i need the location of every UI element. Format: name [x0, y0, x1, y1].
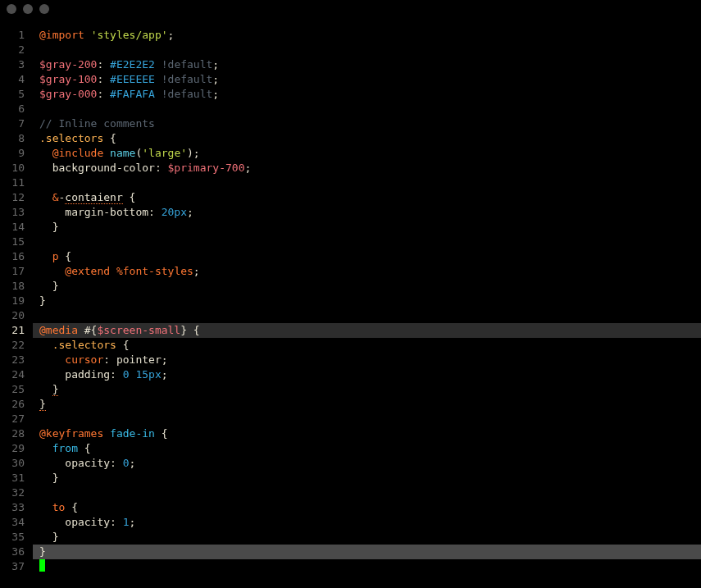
token: @extend: [65, 265, 110, 277]
zoom-icon[interactable]: [39, 4, 49, 14]
code-line[interactable]: background-color: $primary-700;: [33, 161, 701, 175]
token: 'large': [142, 147, 187, 159]
token: ;: [130, 516, 136, 528]
token: }: [52, 531, 59, 543]
code-line[interactable]: [33, 43, 701, 57]
code-line[interactable]: margin-bottom: 20px;: [33, 205, 701, 220]
code-line[interactable]: $gray-000: #FAFAFA !default;: [33, 87, 701, 102]
code-line[interactable]: @import 'styles/app';: [33, 28, 701, 43]
code-line[interactable]: [33, 102, 701, 116]
line-number: 20: [0, 308, 25, 323]
code-line[interactable]: @include name('large');: [33, 146, 701, 161]
code-line[interactable]: .selectors {: [33, 338, 701, 353]
code-line[interactable]: }: [33, 397, 701, 412]
editor[interactable]: 1234567891011121314151617181920212223242…: [0, 18, 701, 574]
token: $primary-700: [168, 162, 245, 174]
token: #{: [78, 324, 97, 336]
token: @keyframes: [39, 427, 103, 440]
line-number: 3: [0, 57, 25, 72]
code-line[interactable]: }: [33, 279, 701, 294]
code-line[interactable]: [33, 559, 701, 574]
cursor: [39, 559, 45, 572]
line-number: 19: [0, 294, 25, 308]
token: : pointer;: [103, 353, 167, 366]
line-number: 36: [0, 545, 25, 559]
code-line[interactable]: opacity: 1;: [33, 515, 701, 530]
token: {: [116, 339, 130, 351]
code-line[interactable]: [33, 308, 701, 323]
line-number: 9: [0, 146, 25, 161]
code-line[interactable]: &-contaienr {: [33, 190, 701, 205]
code-line[interactable]: opacity: 0;: [33, 456, 701, 471]
token: @include: [52, 147, 104, 159]
token: cursor: [65, 353, 103, 366]
code-line[interactable]: }: [33, 382, 701, 397]
line-number: 37: [0, 559, 25, 574]
code-line[interactable]: [33, 175, 701, 190]
code-line[interactable]: from {: [33, 441, 701, 456]
code-line[interactable]: @extend %font-styles;: [33, 264, 701, 279]
token: ;: [244, 162, 251, 174]
token: !default: [162, 73, 213, 85]
minimize-icon[interactable]: [23, 4, 33, 14]
token: ;: [187, 206, 193, 218]
line-number: 8: [0, 131, 25, 146]
token: ;: [212, 73, 219, 85]
line-number: 12: [0, 190, 25, 205]
token: {: [123, 191, 136, 203]
token: #FAFAFA: [110, 88, 155, 100]
token: }: [52, 221, 59, 233]
line-number: 18: [0, 279, 25, 294]
line-number: 10: [0, 161, 25, 175]
code-line[interactable]: $gray-200: #E2E2E2 !default;: [33, 57, 701, 72]
code-line[interactable]: $gray-100: #EEEEEE !default;: [33, 72, 701, 87]
token: fade-in: [110, 427, 155, 440]
code-line[interactable]: .selectors {: [33, 131, 701, 146]
token: [155, 88, 162, 100]
token: 1: [123, 516, 130, 528]
token: ;: [212, 88, 219, 100]
token: !default: [162, 58, 213, 71]
line-number: 21: [0, 323, 25, 338]
line-number: 13: [0, 205, 25, 220]
line-number: 5: [0, 87, 25, 102]
line-number: 15: [0, 235, 25, 249]
token: to: [52, 501, 66, 513]
line-number: 23: [0, 353, 25, 367]
token: 0: [123, 368, 130, 381]
code-area[interactable]: @import 'styles/app';$gray-200: #E2E2E2 …: [33, 28, 701, 574]
token: ;: [193, 265, 200, 277]
token: // Inline comments: [39, 117, 155, 130]
line-number: 27: [0, 412, 25, 426]
close-icon[interactable]: [7, 4, 16, 14]
code-line[interactable]: // Inline comments: [33, 116, 701, 131]
token: {: [78, 442, 91, 454]
code-line[interactable]: p {: [33, 249, 701, 264]
line-number: 31: [0, 471, 25, 485]
code-line[interactable]: [33, 235, 701, 249]
token: {: [65, 501, 78, 513]
code-line[interactable]: }: [33, 530, 701, 545]
code-line[interactable]: to {: [33, 500, 701, 515]
line-number: 22: [0, 338, 25, 353]
token: }: [52, 383, 59, 396]
line-number: 35: [0, 530, 25, 545]
code-line[interactable]: cursor: pointer;: [33, 353, 701, 367]
code-line[interactable]: }: [33, 545, 701, 559]
code-line[interactable]: @media #{$screen-small} {: [33, 323, 701, 338]
token: !default: [162, 88, 213, 100]
token: {: [103, 132, 116, 144]
code-line[interactable]: @keyframes fade-in {: [33, 426, 701, 441]
token: margin-bottom:: [65, 206, 161, 218]
code-line[interactable]: }: [33, 220, 701, 235]
line-number: 26: [0, 397, 25, 412]
token: @import: [39, 29, 84, 41]
code-line[interactable]: }: [33, 294, 701, 308]
code-line[interactable]: [33, 412, 701, 426]
code-line[interactable]: padding: 0 15px;: [33, 367, 701, 382]
token: {: [58, 250, 71, 262]
code-line[interactable]: }: [33, 471, 701, 485]
line-number: 11: [0, 175, 25, 190]
titlebar: [0, 0, 701, 18]
code-line[interactable]: [33, 485, 701, 500]
